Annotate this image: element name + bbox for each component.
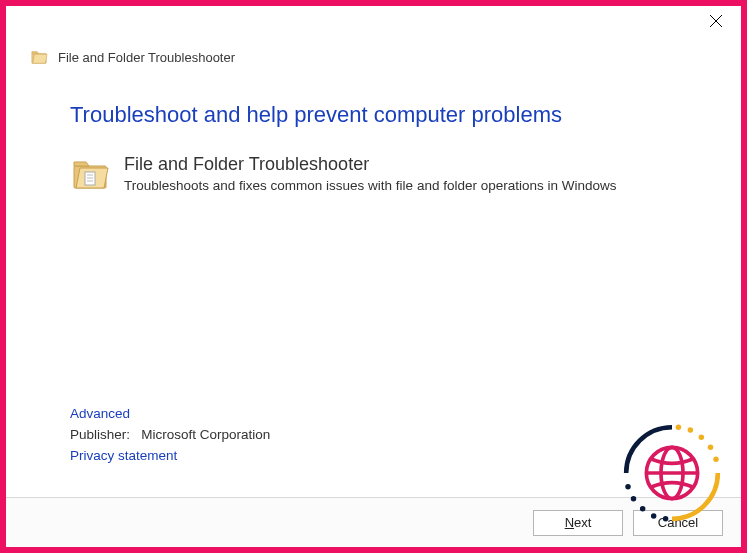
next-button[interactable]: Next — [533, 510, 623, 536]
footer: Next Cancel — [6, 497, 741, 547]
item-description: Troubleshoots and fixes common issues wi… — [124, 177, 617, 196]
next-rest: ext — [574, 515, 591, 530]
publisher-value: Microsoft Corporation — [141, 427, 270, 442]
advanced-link[interactable]: Advanced — [70, 406, 270, 421]
troubleshooter-window: File and Folder Troubleshooter Troublesh… — [6, 6, 741, 547]
cancel-button[interactable]: Cancel — [633, 510, 723, 536]
item-title: File and Folder Troubleshooter — [124, 154, 617, 175]
page-title: Troubleshoot and help prevent computer p… — [70, 102, 677, 128]
publisher-label: Publisher: — [70, 427, 130, 442]
titlebar — [6, 6, 741, 42]
folder-icon — [30, 48, 48, 66]
troubleshooter-text: File and Folder Troubleshooter Troublesh… — [124, 154, 617, 196]
next-accelerator: N — [565, 515, 574, 530]
lower-links: Advanced Publisher: Microsoft Corporatio… — [70, 400, 270, 469]
header-text: File and Folder Troubleshooter — [58, 50, 235, 65]
close-icon[interactable] — [701, 12, 731, 33]
troubleshooter-item: File and Folder Troubleshooter Troublesh… — [70, 154, 677, 196]
folder-icon — [70, 154, 110, 194]
header-row: File and Folder Troubleshooter — [6, 42, 741, 66]
privacy-link[interactable]: Privacy statement — [70, 448, 270, 463]
publisher-row: Publisher: Microsoft Corporation — [70, 427, 270, 442]
